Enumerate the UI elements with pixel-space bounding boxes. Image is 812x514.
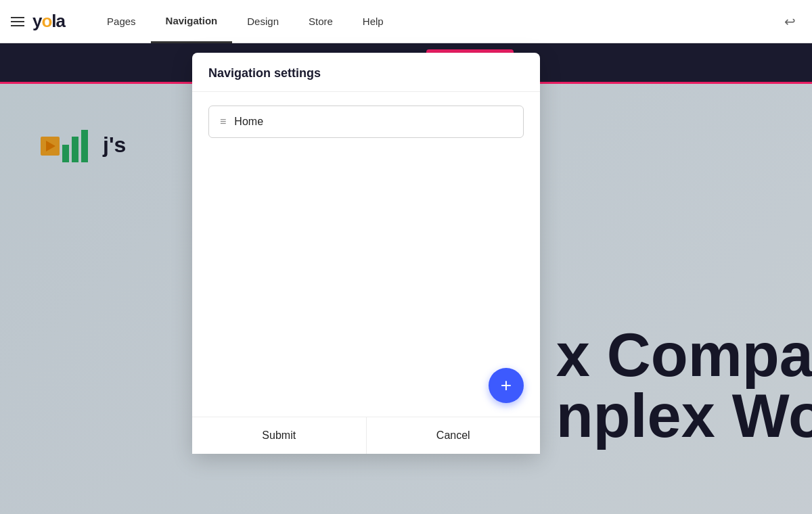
drag-handle-icon: ≡ xyxy=(220,116,226,128)
nav-item-home[interactable]: ≡ Home xyxy=(208,106,524,138)
undo-button[interactable]: ↩ xyxy=(779,8,801,35)
modal-footer: Submit Cancel xyxy=(192,417,540,454)
modal-body: ≡ Home + xyxy=(192,92,540,417)
nav-design[interactable]: Design xyxy=(232,0,294,43)
navigation-settings-modal: Navigation settings ≡ Home + Submit Canc… xyxy=(192,53,540,454)
nav-navigation[interactable]: Navigation xyxy=(151,0,233,43)
submit-button[interactable]: Submit xyxy=(192,417,367,454)
hamburger-menu[interactable] xyxy=(11,17,24,26)
yola-logo: yola xyxy=(32,11,65,32)
nav-pages[interactable]: Pages xyxy=(92,0,151,43)
nav-store[interactable]: Store xyxy=(294,0,348,43)
navbar-nav: Pages Navigation Design Store Help xyxy=(92,0,399,43)
modal-header: Navigation settings xyxy=(192,53,540,92)
cancel-button[interactable]: Cancel xyxy=(367,417,541,454)
nav-help[interactable]: Help xyxy=(348,0,399,43)
navbar: yola Pages Navigation Design Store Help … xyxy=(0,0,812,43)
modal-title: Navigation settings xyxy=(208,66,524,80)
navbar-right: ↩ xyxy=(779,8,801,35)
add-nav-item-button[interactable]: + xyxy=(489,368,524,403)
nav-item-label: Home xyxy=(234,116,263,128)
